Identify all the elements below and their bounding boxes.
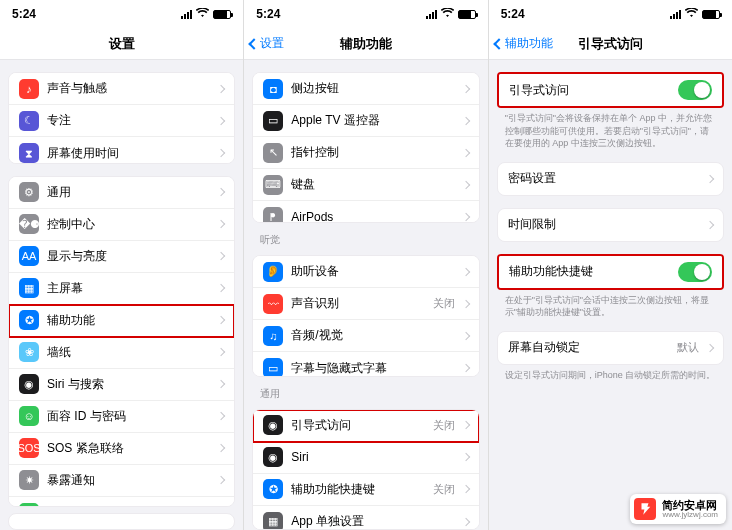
row-icon: ♫: [263, 326, 283, 346]
settings-row[interactable]: ◉Siri: [253, 442, 478, 474]
row-icon: ◉: [263, 415, 283, 435]
row-accessibility-shortcut-toggle[interactable]: 辅助功能快捷键: [499, 256, 722, 288]
back-button[interactable]: 辅助功能: [495, 35, 553, 52]
settings-row[interactable]: ▦App 单独设置: [253, 506, 478, 530]
settings-row[interactable]: ☺面容 ID 与密码: [9, 401, 234, 433]
row-value: 默认: [677, 340, 699, 355]
battery-icon: [213, 10, 231, 19]
chevron-right-icon: [217, 188, 225, 196]
row-label: 电池: [47, 504, 210, 507]
row-label: Siri 与搜索: [47, 376, 210, 393]
chevron-right-icon: [461, 517, 469, 525]
row-icon: ⌨: [263, 175, 283, 195]
row-icon: ▦: [263, 512, 283, 530]
row-label: 指针控制: [291, 144, 454, 161]
chevron-right-icon: [217, 149, 225, 157]
row-icon: ▦: [19, 278, 39, 298]
row-icon: ◘: [263, 79, 283, 99]
chevron-right-icon: [461, 299, 469, 307]
settings-row[interactable]: ▭Apple TV 遥控器: [253, 105, 478, 137]
settings-row[interactable]: 屏幕自动锁定默认: [498, 332, 723, 364]
accessibility-shortcut-toggle-group: 辅助功能快捷键: [497, 254, 724, 290]
settings-row[interactable]: ▭字幕与隐藏式字幕: [253, 352, 478, 376]
battery-icon: [702, 10, 720, 19]
settings-row[interactable]: ⚙通用: [9, 177, 234, 209]
row-label: 键盘: [291, 176, 454, 193]
toggle-on-icon[interactable]: [678, 262, 712, 282]
chevron-right-icon: [217, 412, 225, 420]
settings-row[interactable]: ◘侧边按钮: [253, 73, 478, 105]
settings-row[interactable]: ⧗屏幕使用时间: [9, 137, 234, 164]
settings-row[interactable]: ✪辅助功能快捷键关闭: [253, 474, 478, 506]
row-label: Siri: [291, 450, 454, 464]
settings-row[interactable]: ♫音频/视觉: [253, 320, 478, 352]
row-label: App 单独设置: [291, 513, 454, 530]
chevron-right-icon: [217, 116, 225, 124]
row-label: 字幕与隐藏式字幕: [291, 360, 454, 377]
settings-row[interactable]: AA显示与亮度: [9, 241, 234, 273]
chevron-left-icon: [493, 38, 504, 49]
footnote: 设定引导式访问期间，iPhone 自动锁定所需的时间。: [489, 365, 732, 382]
back-label: 辅助功能: [505, 35, 553, 52]
settings-row[interactable]: ⌨键盘: [253, 169, 478, 201]
chevron-right-icon: [461, 213, 469, 221]
settings-row[interactable]: ▮电池: [9, 497, 234, 507]
status-bar: 5:24: [489, 0, 732, 28]
settings-row[interactable]: 〰声音识别关闭: [253, 288, 478, 320]
pane-settings: 5:24 设置 ♪声音与触感☾专注⧗屏幕使用时间 ⚙通用�⚈控制中心AA显示与亮…: [0, 0, 244, 530]
chevron-right-icon: [461, 421, 469, 429]
row-label: 专注: [47, 112, 210, 129]
row-label: 时间限制: [508, 216, 699, 233]
status-time: 5:24: [12, 7, 36, 21]
row-icon: ▮: [19, 503, 39, 507]
settings-row[interactable]: ↖指针控制: [253, 137, 478, 169]
row-icon: AA: [19, 246, 39, 266]
settings-row[interactable]: ᖰAirPods: [253, 201, 478, 223]
settings-row[interactable]: �⚈控制中心: [9, 209, 234, 241]
row-label: 侧边按钮: [291, 80, 454, 97]
row-value: 关闭: [433, 418, 455, 433]
row-label: 辅助功能: [47, 312, 210, 329]
row-icon: ♪: [19, 79, 39, 99]
chevron-left-icon: [249, 38, 260, 49]
settings-row[interactable]: ☾专注: [9, 105, 234, 137]
row-icon: ◉: [19, 374, 39, 394]
signal-icon: [670, 9, 681, 19]
chevron-right-icon: [217, 444, 225, 452]
settings-row[interactable]: ◉引导式访问关闭: [253, 410, 478, 442]
back-button[interactable]: 设置: [250, 35, 284, 52]
row-label: 音频/视觉: [291, 327, 454, 344]
row-icon: ✪: [19, 310, 39, 330]
settings-row[interactable]: ▦主屏幕: [9, 273, 234, 305]
settings-row[interactable]: 密码设置: [498, 163, 723, 195]
footnote: 在处于"引导式访问"会话中连按三次侧边按钮，将显示"辅助功能快捷键"设置。: [489, 290, 732, 319]
pane-guided-access: 5:24 辅助功能 引导式访问 引导式访问 ": [489, 0, 732, 530]
guided-access-toggle-group: 引导式访问: [497, 72, 724, 108]
row-label: 引导式访问: [291, 417, 424, 434]
row-icon: ▭: [263, 111, 283, 131]
row-icon: 〰: [263, 294, 283, 314]
settings-row[interactable]: ❀墙纸: [9, 337, 234, 369]
row-icon: ⧗: [19, 143, 39, 163]
chevron-right-icon: [217, 348, 225, 356]
row-label: 声音识别: [291, 295, 424, 312]
settings-row[interactable]: SOSSOS 紧急联络: [9, 433, 234, 465]
row-label: 墙纸: [47, 344, 210, 361]
row-guided-access-toggle[interactable]: 引导式访问: [499, 74, 722, 106]
wifi-icon: [685, 7, 698, 21]
settings-row[interactable]: 时间限制: [498, 209, 723, 241]
settings-row[interactable]: ✷暴露通知: [9, 465, 234, 497]
settings-row[interactable]: ♪声音与触感: [9, 73, 234, 105]
signal-icon: [426, 9, 437, 19]
settings-row[interactable]: ✪辅助功能: [9, 305, 234, 337]
settings-row[interactable]: 👂助听设备: [253, 256, 478, 288]
settings-row[interactable]: ◉Siri 与搜索: [9, 369, 234, 401]
row-icon: ❀: [19, 342, 39, 362]
chevron-right-icon: [461, 331, 469, 339]
chevron-right-icon: [217, 252, 225, 260]
row-label: 声音与触感: [47, 80, 210, 97]
toggle-on-icon[interactable]: [678, 80, 712, 100]
navbar: 辅助功能 引导式访问: [489, 28, 732, 60]
row-label: SOS 紧急联络: [47, 440, 210, 457]
row-label: 辅助功能快捷键: [509, 263, 670, 280]
